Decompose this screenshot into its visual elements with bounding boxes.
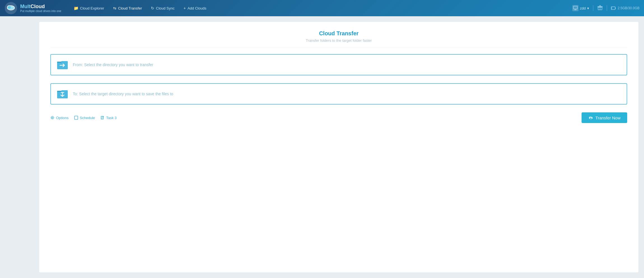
to-folder-icon: [57, 89, 68, 99]
brand-text: MultCloud Put multiple cloud drives into…: [20, 4, 61, 13]
options-item[interactable]: Options: [50, 116, 69, 120]
cloud-sync-icon: ↻: [151, 6, 154, 10]
to-box[interactable]: To: Select the target directory you want…: [50, 83, 627, 105]
from-box[interactable]: From: Select the directory you want to t…: [50, 54, 627, 75]
task-item[interactable]: Task 3: [101, 116, 117, 120]
nav-cloud-explorer-label: Cloud Explorer: [80, 6, 104, 10]
schedule-item[interactable]: Schedule: [74, 116, 95, 120]
svg-point-5: [8, 6, 11, 9]
battery-icon: [611, 6, 616, 10]
user-section[interactable]: zdd ▾: [572, 5, 589, 11]
nav-cloud-sync[interactable]: ↻ Cloud Sync: [147, 4, 178, 12]
transfer-now-button[interactable]: Transfer Now: [582, 112, 627, 123]
sidebar-left: [0, 22, 39, 272]
page-subtitle: Transfer folders to the target folder fa…: [50, 38, 627, 43]
schedule-label: Schedule: [80, 116, 95, 120]
task-label: Task 3: [106, 116, 117, 120]
app-logo: [4, 2, 17, 15]
divider2: [607, 5, 607, 11]
brand-tagline: Put multiple cloud drives into one: [20, 10, 61, 13]
cloud-transfer-icon: ⇆: [113, 6, 116, 10]
svg-rect-13: [615, 8, 616, 9]
storage-container: 2.5GB/30.0GB: [611, 6, 640, 10]
gift-icon[interactable]: [597, 5, 603, 11]
page-title: Cloud Transfer: [50, 30, 627, 37]
nav-cloud-transfer[interactable]: ⇆ Cloud Transfer: [109, 4, 146, 12]
divider: [593, 5, 593, 11]
brand-name: MultCloud: [20, 4, 61, 10]
nav-add-clouds[interactable]: + Add Clouds: [180, 4, 210, 12]
user-chevron: ▾: [587, 6, 589, 10]
nav-cloud-explorer[interactable]: 📁 Cloud Explorer: [70, 4, 108, 12]
svg-point-18: [52, 117, 53, 119]
monitor-icon: [573, 6, 578, 11]
nav-cloud-transfer-label: Cloud Transfer: [118, 6, 142, 10]
navbar-nav: 📁 Cloud Explorer ⇆ Cloud Transfer ↻ Clou…: [70, 4, 572, 12]
add-clouds-icon: +: [184, 6, 186, 10]
svg-rect-19: [74, 116, 78, 119]
page-header: Cloud Transfer Transfer folders to the t…: [50, 30, 627, 47]
options-gear-icon: [50, 116, 54, 120]
navbar: MultCloud Put multiple cloud drives into…: [0, 0, 644, 16]
nav-cloud-sync-label: Cloud Sync: [156, 6, 174, 10]
main-content: Cloud Transfer Transfer folders to the t…: [0, 16, 644, 278]
from-folder-icon: [57, 60, 68, 70]
user-avatar: [572, 5, 578, 11]
options-label: Options: [56, 116, 69, 120]
nav-add-clouds-label: Add Clouds: [188, 6, 206, 10]
bottom-toolbar: Options Schedule: [50, 112, 627, 123]
schedule-checkbox-icon: [74, 116, 78, 120]
brand-logo-area[interactable]: MultCloud Put multiple cloud drives into…: [4, 2, 61, 15]
transfer-now-cloud-icon: [588, 115, 593, 120]
toolbar-left: Options Schedule: [50, 116, 117, 120]
svg-rect-6: [573, 6, 577, 9]
svg-rect-14: [612, 7, 612, 9]
from-label: From: Select the directory you want to t…: [73, 62, 153, 67]
navbar-right: zdd ▾ 2.5GB/30.0GB: [572, 5, 640, 11]
storage-text: 2.5GB/30.0GB: [618, 6, 640, 10]
to-label: To: Select the target directory you want…: [73, 92, 173, 96]
page-container: Cloud Transfer Transfer folders to the t…: [39, 22, 638, 272]
transfer-now-label: Transfer Now: [596, 115, 620, 120]
cloud-explorer-icon: 📁: [74, 6, 78, 10]
username: zdd: [580, 6, 586, 10]
task-edit-icon: [101, 116, 104, 120]
